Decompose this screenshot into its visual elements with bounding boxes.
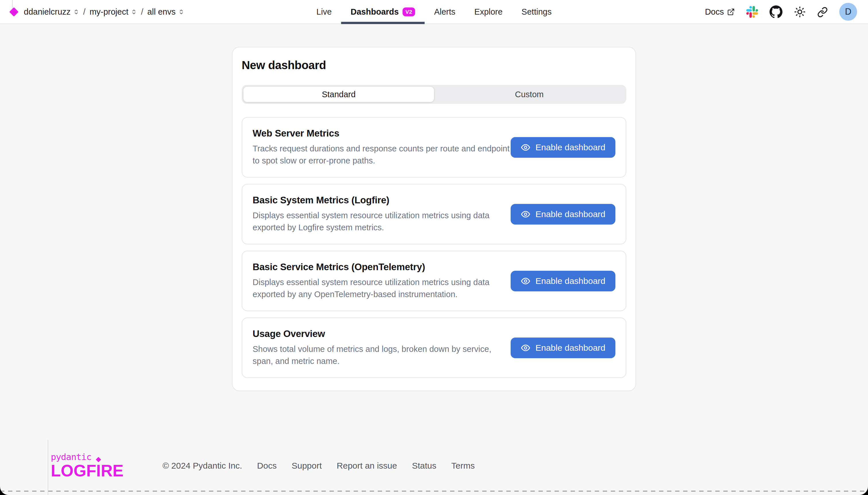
logfire-wordmark: LOGFIRE — [51, 463, 124, 479]
logfire-diamond-logo-icon[interactable] — [9, 7, 19, 17]
breadcrumb-org-selector[interactable]: ddanielcruzz — [24, 7, 79, 17]
github-icon[interactable] — [770, 5, 783, 18]
eye-icon — [521, 343, 530, 353]
tab-live-label: Live — [316, 7, 331, 17]
tab-dashboards-label: Dashboards — [351, 7, 399, 17]
template-title: Web Server Metrics — [252, 128, 511, 139]
template-title: Basic System Metrics (Logfire) — [252, 195, 511, 206]
user-avatar[interactable]: D — [839, 3, 857, 21]
external-link-icon — [727, 8, 735, 16]
template-card-basic-system-metrics: Basic System Metrics (Logfire) Displays … — [242, 184, 626, 244]
enable-dashboard-button[interactable]: Enable dashboard — [511, 271, 616, 291]
footer-link-terms[interactable]: Terms — [451, 461, 475, 471]
decorative-dashed-bottom-line — [0, 491, 868, 492]
copyright-text: © 2024 Pydantic Inc. — [162, 461, 242, 471]
tab-settings[interactable]: Settings — [512, 0, 561, 23]
chevrons-up-down-icon — [131, 9, 137, 15]
enable-dashboard-button[interactable]: Enable dashboard — [511, 137, 616, 158]
footer-link-support[interactable]: Support — [292, 461, 322, 471]
tab-alerts[interactable]: Alerts — [425, 0, 465, 23]
tab-dashboards[interactable]: Dashboards V2 — [341, 0, 425, 23]
page-footer: pydantic LOGFIRE © 2024 Pydantic Inc. Do… — [0, 441, 868, 495]
breadcrumb-project-label: my-project — [89, 7, 128, 17]
footer-link-report-issue[interactable]: Report an issue — [337, 461, 397, 471]
template-card-basic-service-metrics: Basic Service Metrics (OpenTelemetry) Di… — [242, 251, 626, 311]
pydantic-wordmark: pydantic — [51, 453, 124, 461]
breadcrumb-env-selector[interactable]: all envs — [147, 7, 184, 17]
docs-external-link[interactable]: Docs — [705, 7, 735, 17]
eye-icon — [521, 142, 530, 152]
new-dashboard-panel: New dashboard Standard Custom Web Server… — [232, 47, 636, 391]
template-text: Basic Service Metrics (OpenTelemetry) Di… — [252, 261, 511, 300]
tab-alerts-label: Alerts — [434, 7, 455, 17]
footer-link-status[interactable]: Status — [412, 461, 436, 471]
app-window: ddanielcruzz / my-project / all envs — [0, 0, 868, 495]
template-description: Displays essential system resource utili… — [252, 209, 511, 234]
eye-icon — [521, 209, 530, 219]
template-description: Displays essential system resource utili… — [252, 276, 511, 300]
enable-dashboard-label: Enable dashboard — [535, 142, 605, 152]
decorative-vertical-line-footer — [48, 440, 48, 495]
breadcrumb-org-label: ddanielcruzz — [24, 7, 71, 17]
avatar-initial: D — [845, 6, 851, 17]
eye-icon — [521, 276, 530, 286]
top-navigation: ddanielcruzz / my-project / all envs — [0, 0, 868, 24]
tab-explore-label: Explore — [474, 7, 503, 17]
enable-dashboard-label: Enable dashboard — [535, 343, 605, 353]
main-nav-tabs: Live Dashboards V2 Alerts Explore Settin… — [307, 0, 561, 23]
enable-dashboard-button[interactable]: Enable dashboard — [511, 338, 616, 358]
template-title: Basic Service Metrics (OpenTelemetry) — [252, 261, 511, 272]
segment-custom[interactable]: Custom — [434, 87, 625, 102]
v2-badge: V2 — [403, 7, 415, 16]
dashboard-type-segmented-control: Standard Custom — [242, 85, 626, 104]
enable-dashboard-button[interactable]: Enable dashboard — [511, 204, 616, 225]
template-description: Shows total volume of metrics and logs, … — [252, 343, 511, 367]
breadcrumb-env-label: all envs — [147, 7, 175, 17]
template-text: Basic System Metrics (Logfire) Displays … — [252, 195, 511, 234]
page-title: New dashboard — [242, 59, 626, 72]
nav-right-actions: Docs — [705, 3, 857, 21]
footer-link-docs[interactable]: Docs — [257, 461, 277, 471]
enable-dashboard-label: Enable dashboard — [535, 209, 605, 219]
logo-diamond-dot: I — [96, 463, 101, 479]
tab-live[interactable]: Live — [307, 0, 341, 23]
chevrons-up-down-icon — [178, 9, 184, 15]
footer-links: © 2024 Pydantic Inc. Docs Support Report… — [162, 461, 475, 471]
tab-explore[interactable]: Explore — [465, 0, 512, 23]
breadcrumb-separator: / — [141, 7, 143, 17]
template-text: Usage Overview Shows total volume of met… — [252, 328, 511, 367]
template-card-usage-overview: Usage Overview Shows total volume of met… — [242, 318, 626, 378]
pydantic-logfire-logo[interactable]: pydantic LOGFIRE — [51, 453, 124, 479]
link-icon[interactable] — [817, 6, 828, 17]
template-title: Usage Overview — [252, 328, 511, 339]
chevrons-up-down-icon — [73, 9, 79, 15]
template-list: Web Server Metrics Tracks request durati… — [242, 117, 626, 378]
tab-settings-label: Settings — [522, 7, 552, 17]
template-card-web-server-metrics: Web Server Metrics Tracks request durati… — [242, 117, 626, 177]
sun-theme-toggle-icon[interactable] — [794, 6, 806, 18]
slack-icon[interactable] — [746, 6, 758, 18]
breadcrumb: ddanielcruzz / my-project / all envs — [9, 7, 184, 17]
docs-link-label: Docs — [705, 7, 724, 17]
template-description: Tracks request durations and response co… — [252, 142, 511, 167]
enable-dashboard-label: Enable dashboard — [535, 276, 605, 286]
segment-standard[interactable]: Standard — [243, 87, 434, 102]
breadcrumb-separator: / — [83, 7, 85, 17]
breadcrumb-project-selector[interactable]: my-project — [89, 7, 137, 17]
decorative-vertical-line-top — [12, 0, 13, 8]
template-text: Web Server Metrics Tracks request durati… — [252, 128, 511, 167]
